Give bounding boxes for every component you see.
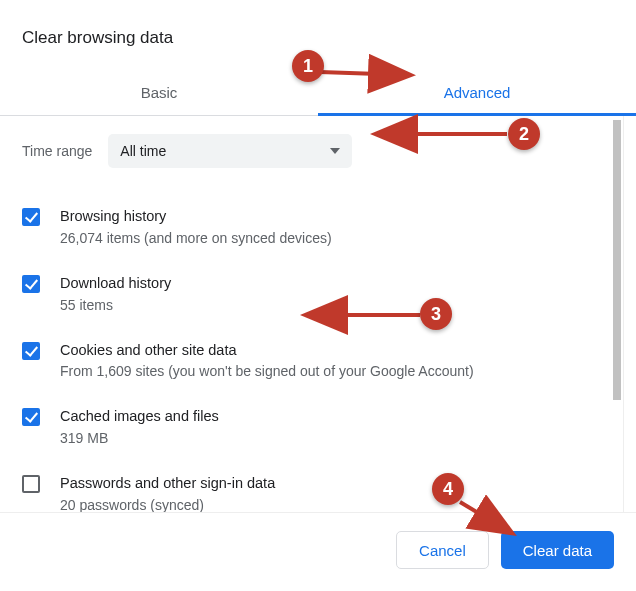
timerange-select[interactable]: All time (108, 134, 352, 168)
list-item: Download history 55 items (0, 261, 623, 328)
checklist: Browsing history 26,074 items (and more … (0, 186, 623, 512)
tab-advanced[interactable]: Advanced (318, 70, 636, 115)
item-subtitle: 26,074 items (and more on synced devices… (60, 228, 601, 249)
item-subtitle: From 1,609 sites (you won't be signed ou… (60, 361, 601, 382)
list-item: Passwords and other sign-in data 20 pass… (0, 461, 623, 512)
timerange-row: Time range All time (0, 116, 623, 186)
checkbox-download-history[interactable] (22, 275, 40, 293)
checkbox-passwords[interactable] (22, 475, 40, 493)
item-title: Passwords and other sign-in data (60, 473, 601, 495)
item-subtitle: 55 items (60, 295, 601, 316)
tab-basic[interactable]: Basic (0, 70, 318, 115)
cancel-button[interactable]: Cancel (396, 531, 489, 569)
clear-browsing-data-dialog: Clear browsing data Basic Advanced Time … (0, 0, 636, 587)
item-title: Download history (60, 273, 601, 295)
clear-data-button[interactable]: Clear data (501, 531, 614, 569)
checkbox-cookies[interactable] (22, 342, 40, 360)
content-scroll: Time range All time Browsing history 26,… (0, 116, 624, 512)
item-title: Cookies and other site data (60, 340, 601, 362)
list-item: Cached images and files 319 MB (0, 394, 623, 461)
item-subtitle: 20 passwords (synced) (60, 495, 601, 512)
scrollbar[interactable] (608, 116, 623, 512)
chevron-down-icon (330, 148, 340, 154)
dialog-title: Clear browsing data (0, 0, 636, 48)
dialog-footer: Cancel Clear data (0, 512, 636, 587)
timerange-label: Time range (22, 143, 92, 159)
item-subtitle: 319 MB (60, 428, 601, 449)
item-title: Browsing history (60, 206, 601, 228)
tabs: Basic Advanced (0, 70, 636, 116)
timerange-value: All time (120, 143, 166, 159)
checkbox-browsing-history[interactable] (22, 208, 40, 226)
scrollbar-thumb[interactable] (613, 120, 621, 400)
list-item: Browsing history 26,074 items (and more … (0, 194, 623, 261)
checkbox-cached-images[interactable] (22, 408, 40, 426)
item-title: Cached images and files (60, 406, 601, 428)
list-item: Cookies and other site data From 1,609 s… (0, 328, 623, 395)
